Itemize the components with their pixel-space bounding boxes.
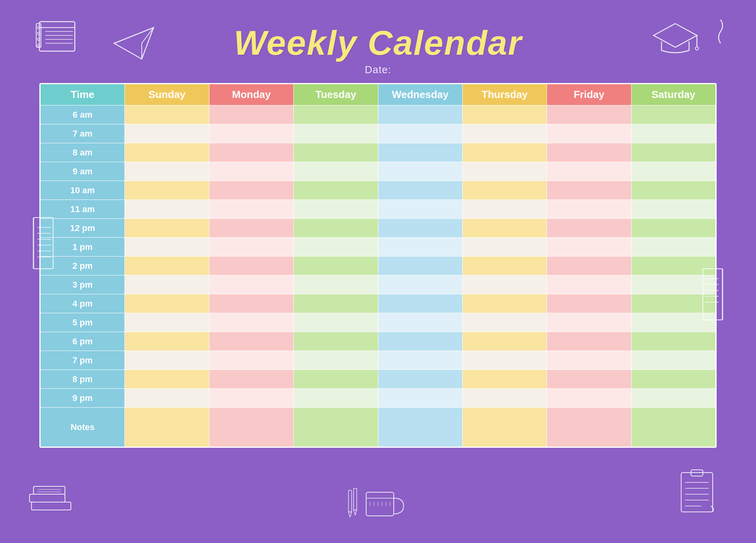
day-cell[interactable] bbox=[462, 294, 547, 313]
day-cell[interactable] bbox=[462, 124, 547, 143]
day-cell[interactable] bbox=[294, 105, 378, 124]
day-cell[interactable] bbox=[547, 275, 631, 294]
notes-day-cell[interactable] bbox=[125, 408, 209, 447]
notes-day-cell[interactable] bbox=[631, 408, 715, 447]
day-cell[interactable] bbox=[378, 124, 462, 143]
day-cell[interactable] bbox=[209, 275, 293, 294]
day-cell[interactable] bbox=[547, 200, 631, 219]
day-cell[interactable] bbox=[547, 238, 631, 257]
day-cell[interactable] bbox=[462, 389, 547, 408]
day-cell[interactable] bbox=[378, 162, 462, 181]
day-cell[interactable] bbox=[631, 351, 715, 370]
day-cell[interactable] bbox=[209, 200, 293, 219]
day-cell[interactable] bbox=[294, 275, 378, 294]
day-cell[interactable] bbox=[547, 313, 631, 332]
day-cell[interactable] bbox=[378, 105, 462, 124]
day-cell[interactable] bbox=[125, 313, 209, 332]
day-cell[interactable] bbox=[462, 181, 547, 200]
day-cell[interactable] bbox=[209, 143, 293, 162]
day-cell[interactable] bbox=[547, 219, 631, 238]
notes-day-cell[interactable] bbox=[209, 408, 293, 447]
day-cell[interactable] bbox=[547, 124, 631, 143]
day-cell[interactable] bbox=[547, 143, 631, 162]
day-cell[interactable] bbox=[378, 294, 462, 313]
day-cell[interactable] bbox=[378, 332, 462, 351]
day-cell[interactable] bbox=[462, 257, 547, 275]
day-cell[interactable] bbox=[125, 275, 209, 294]
day-cell[interactable] bbox=[631, 124, 715, 143]
day-cell[interactable] bbox=[294, 370, 378, 389]
day-cell[interactable] bbox=[462, 105, 547, 124]
day-cell[interactable] bbox=[125, 332, 209, 351]
day-cell[interactable] bbox=[125, 257, 209, 275]
day-cell[interactable] bbox=[294, 162, 378, 181]
day-cell[interactable] bbox=[462, 351, 547, 370]
day-cell[interactable] bbox=[125, 389, 209, 408]
day-cell[interactable] bbox=[294, 219, 378, 238]
day-cell[interactable] bbox=[462, 370, 547, 389]
day-cell[interactable] bbox=[209, 313, 293, 332]
day-cell[interactable] bbox=[462, 143, 547, 162]
day-cell[interactable] bbox=[125, 219, 209, 238]
day-cell[interactable] bbox=[462, 162, 547, 181]
day-cell[interactable] bbox=[125, 200, 209, 219]
day-cell[interactable] bbox=[294, 257, 378, 275]
day-cell[interactable] bbox=[631, 200, 715, 219]
day-cell[interactable] bbox=[462, 313, 547, 332]
day-cell[interactable] bbox=[462, 332, 547, 351]
day-cell[interactable] bbox=[125, 294, 209, 313]
day-cell[interactable] bbox=[125, 181, 209, 200]
day-cell[interactable] bbox=[294, 124, 378, 143]
day-cell[interactable] bbox=[378, 143, 462, 162]
day-cell[interactable] bbox=[294, 332, 378, 351]
day-cell[interactable] bbox=[125, 105, 209, 124]
day-cell[interactable] bbox=[462, 275, 547, 294]
day-cell[interactable] bbox=[631, 181, 715, 200]
day-cell[interactable] bbox=[125, 351, 209, 370]
day-cell[interactable] bbox=[631, 105, 715, 124]
day-cell[interactable] bbox=[631, 389, 715, 408]
day-cell[interactable] bbox=[547, 351, 631, 370]
day-cell[interactable] bbox=[631, 370, 715, 389]
day-cell[interactable] bbox=[294, 238, 378, 257]
notes-day-cell[interactable] bbox=[462, 408, 547, 447]
day-cell[interactable] bbox=[209, 238, 293, 257]
day-cell[interactable] bbox=[631, 332, 715, 351]
day-cell[interactable] bbox=[125, 143, 209, 162]
day-cell[interactable] bbox=[209, 181, 293, 200]
day-cell[interactable] bbox=[631, 238, 715, 257]
day-cell[interactable] bbox=[547, 257, 631, 275]
day-cell[interactable] bbox=[294, 200, 378, 219]
day-cell[interactable] bbox=[378, 370, 462, 389]
day-cell[interactable] bbox=[125, 238, 209, 257]
day-cell[interactable] bbox=[378, 275, 462, 294]
day-cell[interactable] bbox=[378, 351, 462, 370]
day-cell[interactable] bbox=[209, 257, 293, 275]
day-cell[interactable] bbox=[125, 370, 209, 389]
day-cell[interactable] bbox=[547, 332, 631, 351]
day-cell[interactable] bbox=[462, 200, 547, 219]
day-cell[interactable] bbox=[547, 162, 631, 181]
day-cell[interactable] bbox=[631, 219, 715, 238]
day-cell[interactable] bbox=[547, 370, 631, 389]
day-cell[interactable] bbox=[462, 219, 547, 238]
day-cell[interactable] bbox=[294, 143, 378, 162]
day-cell[interactable] bbox=[462, 238, 547, 257]
notes-day-cell[interactable] bbox=[378, 408, 462, 447]
day-cell[interactable] bbox=[125, 162, 209, 181]
day-cell[interactable] bbox=[209, 105, 293, 124]
day-cell[interactable] bbox=[209, 294, 293, 313]
day-cell[interactable] bbox=[547, 389, 631, 408]
day-cell[interactable] bbox=[378, 200, 462, 219]
day-cell[interactable] bbox=[378, 389, 462, 408]
day-cell[interactable] bbox=[378, 313, 462, 332]
day-cell[interactable] bbox=[294, 181, 378, 200]
day-cell[interactable] bbox=[631, 162, 715, 181]
day-cell[interactable] bbox=[294, 389, 378, 408]
day-cell[interactable] bbox=[547, 105, 631, 124]
day-cell[interactable] bbox=[631, 143, 715, 162]
day-cell[interactable] bbox=[547, 294, 631, 313]
day-cell[interactable] bbox=[294, 313, 378, 332]
day-cell[interactable] bbox=[209, 124, 293, 143]
day-cell[interactable] bbox=[209, 370, 293, 389]
